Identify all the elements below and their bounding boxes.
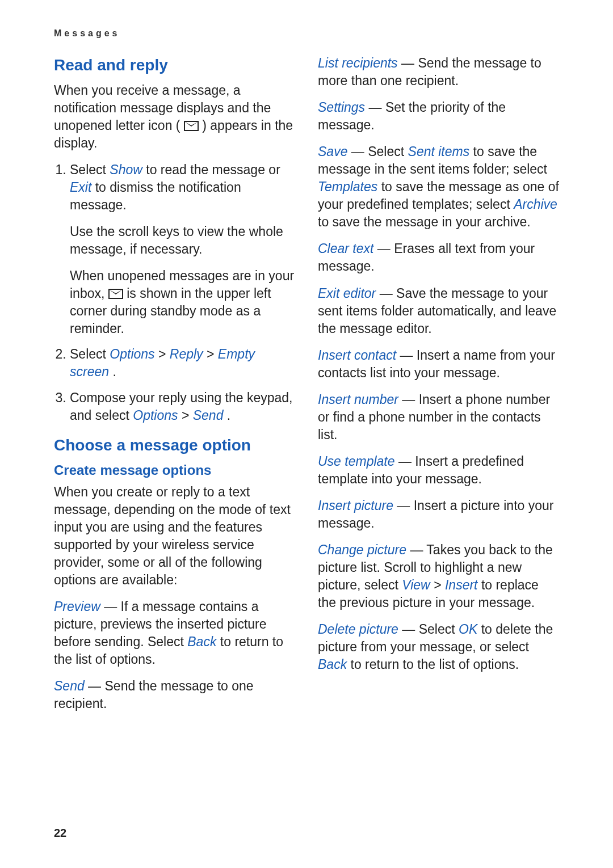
text: Select [70,162,110,177]
envelope-icon [184,121,199,131]
text: Select [70,347,110,361]
option-insert-picture: Insert picture — Insert a picture into y… [318,497,559,532]
envelope-icon [108,289,123,299]
text: > [182,408,193,423]
menu-term-exit: Exit [70,180,91,195]
text: > [434,578,445,592]
option-preview: Preview — If a message contains a pictur… [54,598,295,668]
heading-choose-option: Choose a message option [54,435,295,456]
menu-term-archive: Archive [514,197,557,212]
menu-term-preview: Preview [54,599,100,614]
text: to read the message or [146,162,280,177]
option-clear-text: Clear text — Erases all text from your m… [318,240,559,275]
option-settings: Settings — Set the priority of the messa… [318,99,559,134]
sub-paragraph: When unopened messages are in your inbox… [70,267,295,338]
steps-list: Select Show to read the message or Exit … [54,161,295,424]
menu-term-insert-picture: Insert picture [318,498,393,513]
menu-term-show: Show [110,162,142,177]
text: to dismiss the notification message. [70,180,241,212]
menu-term-options: Options [110,347,154,361]
paragraph: When you create or reply to a text messa… [54,483,295,589]
menu-term-ok: OK [459,622,477,637]
menu-term-settings: Settings [318,100,365,115]
menu-term-options: Options [133,408,178,423]
left-column: Read and reply When you receive a messag… [54,54,295,722]
menu-term-send: Send [193,408,224,423]
menu-term-insert-number: Insert number [318,392,398,407]
right-column: List recipients — Send the message to mo… [318,54,559,722]
list-item: Select Show to read the message or Exit … [70,161,295,338]
menu-term-delete-picture: Delete picture [318,622,398,637]
subheading-create-options: Create message options [54,461,295,479]
option-use-template: Use template — Insert a predefined templ… [318,453,559,488]
menu-term-save: Save [318,144,347,159]
text: — Select [351,144,408,159]
menu-term-exit-editor: Exit editor [318,286,376,301]
text: . [227,408,230,423]
option-send: Send — Send the message to one recipient… [54,677,295,713]
section-header: Messages [54,28,559,39]
option-exit-editor: Exit editor — Save the message to your s… [318,285,559,338]
menu-term-send: Send [54,679,85,693]
menu-term-back: Back [187,634,216,649]
menu-term-insert: Insert [445,578,478,592]
text: . [112,364,116,379]
option-delete-picture: Delete picture — Select OK to delete the… [318,621,559,673]
menu-term-back: Back [318,657,347,672]
list-item: Compose your reply using the keypad, and… [70,389,295,424]
option-save: Save — Select Sent items to save the mes… [318,143,559,231]
option-change-picture: Change picture — Takes you back to the p… [318,541,559,612]
paragraph-intro: When you receive a message, a notificati… [54,82,295,152]
text: > [158,347,170,361]
menu-term-reply: Reply [170,347,203,361]
menu-term-clear-text: Clear text [318,241,373,256]
page: Messages Read and reply When you receive… [0,0,613,868]
option-insert-number: Insert number — Insert a phone number or… [318,391,559,444]
page-number: 22 [54,827,66,840]
menu-term-sent-items: Sent items [408,144,470,159]
option-insert-contact: Insert contact — Insert a name from your… [318,347,559,382]
menu-term-view: View [402,578,430,592]
content-columns: Read and reply When you receive a messag… [54,54,559,722]
text: > [207,347,218,361]
option-list-recipients: List recipients — Send the message to mo… [318,54,559,90]
text: — Select [402,622,459,637]
heading-read-reply: Read and reply [54,54,295,76]
menu-term-change-picture: Change picture [318,542,406,557]
menu-term-use-template: Use template [318,454,395,469]
sub-paragraph: Use the scroll keys to view the whole me… [70,223,295,258]
menu-term-list-recipients: List recipients [318,56,398,70]
text: to save the message in your archive. [318,214,531,229]
list-item: Select Options > Reply > Empty screen . [70,345,295,381]
menu-term-insert-contact: Insert contact [318,348,396,363]
menu-term-templates: Templates [318,179,377,194]
text: to return to the list of options. [351,657,519,672]
